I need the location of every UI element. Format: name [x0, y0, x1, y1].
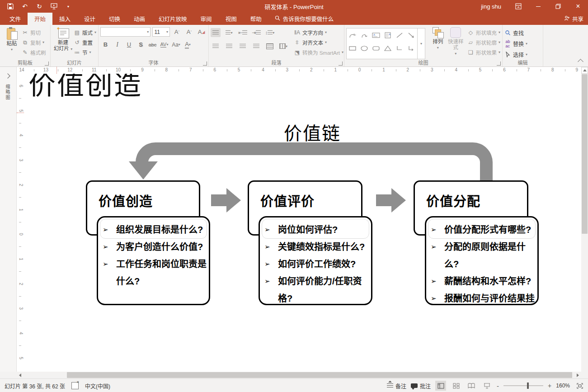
scroll-left-button[interactable] [17, 372, 24, 378]
value-chain-loop-arrow-left[interactable] [136, 142, 316, 163]
tab-审阅[interactable]: 审阅 [194, 13, 219, 25]
line-spacing-button[interactable]: ↕▾ [265, 28, 275, 37]
spellcheck-icon[interactable] [71, 382, 79, 389]
horizontal-text-box-shape-icon[interactable]: A [372, 32, 380, 38]
tab-文件[interactable]: 文件 [3, 13, 28, 25]
tab-开始[interactable]: 开始 [28, 13, 52, 25]
smartart-button[interactable]: ⬔转换为 SmartArt▾ [294, 48, 343, 56]
right-block-arrow-2[interactable] [376, 188, 406, 213]
normal-view-button[interactable] [435, 381, 446, 391]
clipboard-dialog-launcher[interactable] [45, 61, 49, 66]
drawing-dialog-launcher[interactable] [497, 61, 501, 66]
replace-button[interactable]: abac替换▾ [504, 39, 527, 48]
rounded-rectangle-shape-icon[interactable] [372, 45, 380, 52]
text-shadow-button[interactable]: S [136, 40, 146, 49]
tab-动画[interactable]: 动画 [127, 13, 152, 25]
tell-me-search[interactable]: 告诉我你想要做什么 [268, 13, 340, 25]
increase-font-size-button[interactable]: Aˆ [172, 28, 182, 36]
redo-icon[interactable]: ↻ [35, 2, 43, 10]
minimize-icon[interactable] [528, 0, 548, 13]
clear-formatting-button[interactable]: A◢ [196, 28, 207, 36]
decrease-font-size-button[interactable]: Aˇ [184, 28, 194, 36]
distribute-button[interactable] [265, 42, 275, 51]
select-button[interactable]: 选择▾ [504, 50, 527, 59]
right-block-arrow-1[interactable] [211, 188, 241, 213]
justify-button[interactable] [251, 42, 261, 51]
bullet-box-value-distribution[interactable]: ➢价值分配形式有哪些?➢分配的原则依据是什么?➢薪酬结构和水平怎样?➢报酬如何与… [425, 216, 539, 305]
curved-up-arrow-shape-icon[interactable] [360, 32, 368, 38]
zoom-level[interactable]: 160% [556, 383, 570, 389]
columns-button[interactable]: ▾ [278, 42, 288, 51]
tab-切换[interactable]: 切换 [102, 13, 127, 25]
decrease-indent-button[interactable]: ⇤ [238, 28, 248, 37]
paragraph-dialog-launcher[interactable] [339, 61, 343, 66]
align-left-button[interactable] [211, 42, 221, 51]
slide-sorter-view-button[interactable] [451, 381, 461, 391]
oval-shape-icon[interactable] [360, 45, 368, 52]
shape-effects-button[interactable]: ❏形状效果▾ [467, 48, 500, 56]
format-painter-button[interactable]: ✎格式刷 [22, 48, 46, 56]
align-text-button[interactable]: ⇳对齐文本▾ [294, 38, 343, 46]
font-name-combobox[interactable]: ▾ [100, 27, 151, 37]
elbow-arrow-connector-shape-icon[interactable] [407, 45, 415, 52]
triangle-shape-icon[interactable] [384, 45, 392, 52]
bullet-box-value-creation[interactable]: ➢组织发展目标是什么?➢为客户创造什么价值?➢工作任务和岗位职责是什么? [97, 216, 210, 305]
align-center-button[interactable] [224, 42, 234, 51]
font-dialog-launcher[interactable] [203, 61, 207, 66]
change-case-button[interactable]: Aa▾ [171, 40, 181, 49]
slide-canvas[interactable]: 价值创造 价值链 价值创造 价值评价 价值分配 ➢组织发展目标是什么?➢为客户创… [24, 74, 581, 372]
paste-button[interactable]: 粘贴▾ [2, 27, 22, 59]
underline-button[interactable]: U [124, 40, 134, 49]
font-size-combobox[interactable]: 11▾ [152, 27, 170, 37]
italic-button[interactable]: I [112, 40, 122, 49]
language-status[interactable]: 中文(中国) [85, 382, 110, 390]
reset-button[interactable]: ↺重置 [74, 38, 96, 46]
thumbnail-panel-collapsed[interactable]: 缩略图 [0, 67, 17, 372]
increase-indent-button[interactable]: ⇥ [251, 28, 261, 37]
tab-视图[interactable]: 视图 [219, 13, 244, 25]
reading-view-button[interactable] [466, 381, 477, 391]
bold-button[interactable]: B [100, 40, 111, 49]
new-slide-button[interactable]: ✦ 新建幻灯片 ▾ [52, 27, 74, 59]
vertical-scrollbar[interactable] [581, 74, 588, 372]
zoom-slider-thumb[interactable] [527, 383, 529, 389]
copy-button[interactable]: ⧉复制▾ [22, 38, 46, 46]
expand-thumbnails-icon[interactable] [5, 73, 10, 78]
line-shape-icon[interactable] [395, 32, 404, 38]
shapes-more-button[interactable]: ▾ [418, 28, 425, 59]
quick-styles-button[interactable]: 快速样式▾ [447, 27, 464, 59]
vertical-text-box-shape-icon[interactable]: A [384, 32, 392, 38]
start-slideshow-icon[interactable] [50, 2, 58, 10]
horizontal-scroll-thumb[interactable] [67, 372, 572, 378]
value-chain-label[interactable]: 价值链 [284, 119, 341, 145]
zoom-slider[interactable] [503, 385, 543, 386]
layout-button[interactable]: ▤版式▾ [74, 28, 96, 36]
value-chain-loop-arrow-right[interactable] [316, 142, 493, 181]
bullets-button[interactable] [211, 28, 221, 37]
slide-number-status[interactable]: 幻灯片 第 36 张, 共 62 张 [5, 382, 65, 390]
bullet-box-value-evaluation[interactable]: ➢岗位如何评估?➢关键绩效指标是什么?➢如何评价工作绩效?➢如何评价能力/任职资… [259, 216, 372, 305]
save-icon[interactable] [6, 2, 14, 10]
fit-slide-to-window-icon[interactable] [574, 381, 585, 391]
rectangle-shape-icon[interactable] [348, 45, 357, 52]
comments-button[interactable]: 批注 [411, 382, 431, 390]
undo-icon[interactable]: ↶ [21, 2, 29, 10]
cut-button[interactable]: ✂剪切 [22, 28, 46, 36]
slide-title-text[interactable]: 价值创造 [28, 74, 142, 102]
close-icon[interactable]: × [568, 0, 588, 13]
strikethrough-button[interactable]: abc [147, 40, 158, 49]
line-arrow-shape-icon[interactable] [407, 32, 415, 38]
zoom-out-button[interactable]: - [497, 382, 499, 390]
find-button[interactable]: 查找 [504, 28, 527, 37]
customize-qat-icon[interactable]: ▾ [64, 2, 72, 10]
elbow-connector-shape-icon[interactable] [395, 45, 404, 52]
value-chain-loop-arrowhead[interactable] [129, 161, 158, 179]
shape-fill-button[interactable]: ◇形状填充▾ [467, 28, 500, 36]
font-color-button[interactable]: A▾ [183, 40, 193, 49]
scroll-up-button[interactable] [581, 67, 588, 74]
vertical-scroll-thumb[interactable] [582, 74, 588, 234]
account-user[interactable]: jing shu [481, 3, 501, 10]
tab-设计[interactable]: 设计 [77, 13, 102, 25]
ribbon-display-options-icon[interactable] [508, 0, 528, 13]
character-spacing-button[interactable]: AV▾ [159, 40, 169, 49]
